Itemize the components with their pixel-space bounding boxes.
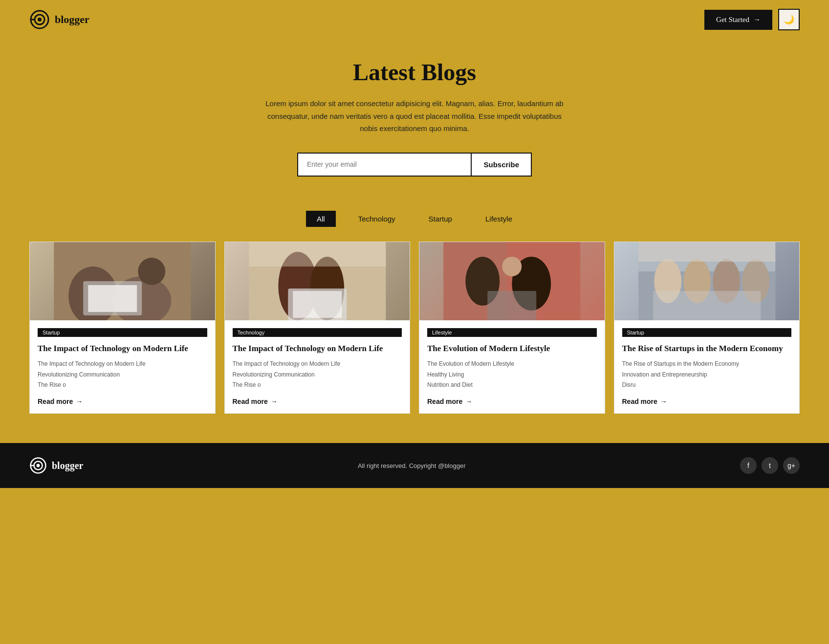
logo-text: blogger — [55, 13, 89, 26]
email-input[interactable] — [298, 154, 471, 176]
footer-logo-text: blogger — [52, 460, 83, 471]
filter-tab-technology[interactable]: Technology — [348, 211, 406, 227]
filter-tabs: All Technology Startup Lifestyle — [0, 211, 829, 227]
card-1-read-more-label: Read more — [38, 398, 73, 405]
card-3-badge: Lifestyle — [427, 328, 597, 337]
social-twitter-button[interactable]: t — [762, 457, 778, 474]
card-3-link-2: Healthy Living — [427, 370, 597, 380]
card-4-image — [614, 242, 800, 320]
svg-rect-29 — [653, 291, 761, 320]
logo-icon — [29, 9, 50, 30]
card-4-link-1: The Rise of Startups in the Modern Econo… — [622, 359, 792, 370]
card-1-link-1: The Impact of Technology on Modern Life — [38, 359, 207, 370]
card-4-title: The Rise of Startups in the Modern Econo… — [622, 343, 792, 355]
card-1-image — [30, 242, 215, 320]
card-2-link-2: Revolutionizing Communication — [233, 370, 402, 380]
svg-point-22 — [502, 257, 522, 276]
card-4-arrow-icon: → — [660, 398, 667, 405]
svg-rect-21 — [487, 291, 536, 320]
footer: blogger All right reserved. Copyright @b… — [0, 443, 829, 488]
card-4-body: Startup The Rise of Startups in the Mode… — [614, 320, 800, 414]
filter-tab-lifestyle[interactable]: Lifestyle — [475, 211, 523, 227]
filter-tab-startup[interactable]: Startup — [418, 211, 463, 227]
card-2-read-more[interactable]: Read more → — [233, 398, 402, 405]
card-2: Technology The Impact of Technology on M… — [224, 242, 411, 414]
hero-section: Latest Blogs Lorem ipsum dolor sit amet … — [0, 39, 829, 211]
hero-title: Latest Blogs — [29, 59, 800, 86]
social-googleplus-button[interactable]: g+ — [783, 457, 800, 474]
card-3-image — [419, 242, 605, 320]
card-1: Startup The Impact of Technology on Mode… — [29, 242, 216, 414]
card-3-links: The Evolution of Modern Lifestyle Health… — [427, 359, 597, 391]
card-4-read-more[interactable]: Read more → — [622, 398, 792, 405]
footer-copyright: All right reserved. Copyright @blogger — [358, 462, 466, 469]
hero-description: Lorem ipsum dolor sit amet consectetur a… — [263, 97, 566, 135]
card-2-image — [225, 242, 410, 320]
card-4-link-2: Innovation and Entrepreneurship — [622, 370, 792, 380]
header: blogger Get Started → 🌙 — [0, 0, 829, 39]
card-1-body: Startup The Impact of Technology on Mode… — [30, 320, 215, 414]
card-3-link-1: The Evolution of Modern Lifestyle — [427, 359, 597, 370]
card-3-read-more[interactable]: Read more → — [427, 398, 597, 405]
card-2-body: Technology The Impact of Technology on M… — [225, 320, 410, 414]
card-2-arrow-icon: → — [271, 398, 278, 405]
card-1-arrow-icon: → — [76, 398, 83, 405]
card-3-read-more-label: Read more — [427, 398, 462, 405]
card-3-link-3: Nutrition and Diet — [427, 380, 597, 391]
card-2-title: The Impact of Technology on Modern Life — [233, 343, 402, 355]
card-2-badge: Technology — [233, 328, 402, 337]
card-4-link-3: Disru — [622, 380, 792, 391]
arrow-right-icon: → — [753, 16, 761, 24]
card-4-badge: Startup — [622, 328, 792, 337]
moon-icon: 🌙 — [784, 14, 794, 25]
googleplus-icon: g+ — [787, 462, 795, 469]
svg-rect-16 — [249, 242, 386, 266]
social-facebook-button[interactable]: f — [740, 457, 757, 474]
svg-rect-30 — [638, 242, 775, 262]
card-4: Startup The Rise of Startups in the Mode… — [614, 242, 800, 414]
svg-rect-15 — [293, 291, 342, 318]
twitter-icon: t — [769, 462, 771, 469]
card-3-body: Lifestyle The Evolution of Modern Lifest… — [419, 320, 605, 414]
logo: blogger — [29, 9, 89, 30]
subscribe-button[interactable]: Subscribe — [471, 154, 531, 176]
footer-logo-icon — [29, 457, 47, 474]
svg-point-9 — [138, 258, 165, 285]
svg-point-2 — [38, 18, 42, 22]
card-3: Lifestyle The Evolution of Modern Lifest… — [419, 242, 605, 414]
card-4-links: The Rise of Startups in the Modern Econo… — [622, 359, 792, 391]
card-3-title: The Evolution of Modern Lifestyle — [427, 343, 597, 355]
card-1-read-more[interactable]: Read more → — [38, 398, 207, 405]
card-2-link-3: The Rise o — [233, 380, 402, 391]
svg-point-33 — [37, 464, 40, 467]
card-3-arrow-icon: → — [465, 398, 472, 405]
get-started-label: Get Started — [716, 16, 749, 24]
dark-mode-button[interactable]: 🌙 — [778, 9, 800, 30]
footer-logo: blogger — [29, 457, 83, 474]
card-1-link-3: The Rise o — [38, 380, 207, 391]
footer-socials: f t g+ — [740, 457, 800, 474]
header-actions: Get Started → 🌙 — [704, 9, 800, 30]
cards-section: Startup The Impact of Technology on Mode… — [0, 242, 829, 444]
filter-tab-all[interactable]: All — [306, 211, 336, 227]
card-2-link-1: The Impact of Technology on Modern Life — [233, 359, 402, 370]
card-1-links: The Impact of Technology on Modern Life … — [38, 359, 207, 391]
card-4-read-more-label: Read more — [622, 398, 657, 405]
get-started-button[interactable]: Get Started → — [704, 10, 772, 30]
card-1-title: The Impact of Technology on Modern Life — [38, 343, 207, 355]
card-2-links: The Impact of Technology on Modern Life … — [233, 359, 402, 391]
cards-grid: Startup The Impact of Technology on Mode… — [29, 242, 800, 414]
card-2-read-more-label: Read more — [233, 398, 268, 405]
subscribe-form: Subscribe — [297, 153, 532, 177]
facebook-icon: f — [747, 462, 749, 469]
card-1-link-2: Revolutionizing Communication — [38, 370, 207, 380]
card-1-badge: Startup — [38, 328, 207, 337]
svg-rect-8 — [88, 285, 137, 312]
